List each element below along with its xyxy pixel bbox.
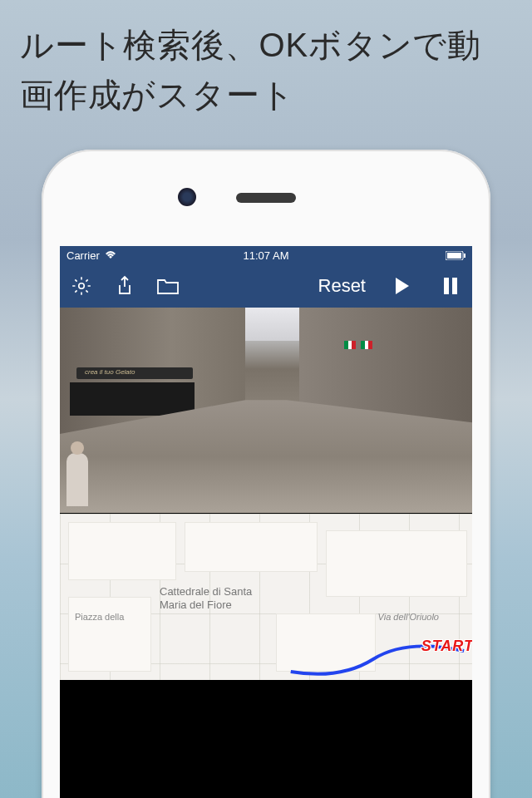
flag-icon <box>344 341 356 349</box>
phone-screen: Carrier 11:07 AM Reset <box>60 246 472 798</box>
phone-camera <box>178 188 196 206</box>
pedestrian <box>66 453 88 506</box>
map-panel[interactable]: Piazza della Cattedrale di Santa Maria d… <box>60 514 472 680</box>
play-button[interactable] <box>389 273 416 299</box>
headline-text: ルート検索後、OKボタンで動画作成がスタート <box>0 0 532 120</box>
settings-button[interactable] <box>68 273 95 299</box>
svg-rect-4 <box>444 278 449 294</box>
pause-button[interactable] <box>437 273 464 299</box>
share-button[interactable] <box>111 273 138 299</box>
phone-frame: Carrier 11:07 AM Reset <box>42 150 490 798</box>
svg-point-3 <box>79 283 85 289</box>
flag-icon <box>361 341 372 349</box>
start-marker: START <box>421 638 472 655</box>
status-time: 11:07 AM <box>244 249 289 262</box>
route-line <box>60 514 472 680</box>
status-bar: Carrier 11:07 AM <box>60 246 472 264</box>
store-sign <box>76 367 193 379</box>
street-view-panel[interactable] <box>60 308 472 514</box>
carrier-label: Carrier <box>66 249 100 262</box>
phone-speaker <box>236 193 296 203</box>
reset-button[interactable]: Reset <box>318 275 366 297</box>
folder-button[interactable] <box>155 273 181 299</box>
svg-rect-1 <box>447 253 461 259</box>
svg-rect-5 <box>452 278 457 294</box>
battery-icon <box>446 251 466 260</box>
wifi-icon <box>105 251 116 259</box>
svg-rect-2 <box>464 254 466 258</box>
app-toolbar: Reset <box>60 264 472 308</box>
